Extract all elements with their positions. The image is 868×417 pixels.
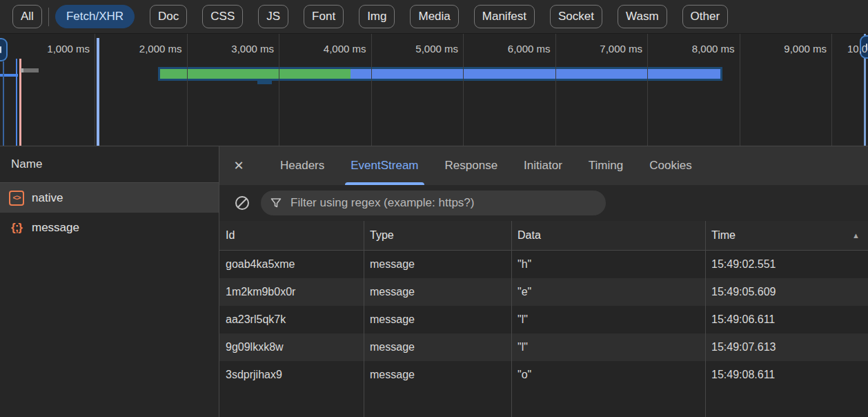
code-icon: <> [9, 191, 24, 206]
timeline-tick-label: 9,000 ms [784, 43, 827, 55]
overview-left-edge-line [3, 61, 4, 146]
filter-chip-manifest[interactable]: Manifest [474, 5, 535, 28]
filter-chip-all[interactable]: All [12, 5, 42, 28]
filter-chip-wasm[interactable]: Wasm [618, 5, 667, 28]
timeline-tick-label: 7,000 ms [600, 43, 642, 55]
tab-timing[interactable]: Timing [579, 146, 633, 185]
timeline-event-marker [97, 38, 99, 146]
event-row[interactable]: 9g09lkxk8wmessage"l"15:49:07.613 [219, 333, 868, 361]
sort-ascending-icon: ▲ [852, 231, 860, 240]
details-tab-bar: ✕ HeadersEventStreamResponseInitiatorTim… [219, 146, 868, 185]
eventstream-table: IdTypeDataTime▲ goab4ka5xmemessage"h"15:… [219, 221, 868, 417]
tab-headers[interactable]: Headers [270, 146, 334, 185]
cell-time: 15:49:08.611 [705, 369, 868, 381]
cell-id: 1m2km9b0x0r [219, 286, 364, 298]
tab-eventstream[interactable]: EventStream [341, 146, 428, 185]
tab-initiator[interactable]: Initiator [514, 146, 572, 185]
timeline-tick-label: 2,000 ms [139, 43, 182, 55]
name-column-header[interactable]: Name [0, 146, 219, 183]
tab-response[interactable]: Response [435, 146, 508, 185]
requests-sidebar: Name <>native{;}message [0, 146, 219, 417]
timeline-tick-label: 10,000 ms [847, 43, 868, 55]
timeline-tick-label: 4,000 ms [324, 43, 366, 55]
cell-type: message [364, 258, 511, 271]
cell-time: 15:49:07.613 [705, 341, 868, 353]
timeline-tick-label: 3,000 ms [231, 43, 274, 55]
cell-time: 15:49:05.609 [705, 286, 868, 298]
timeline-gridline [279, 34, 279, 146]
filter-chip-fetch-xhr[interactable]: Fetch/XHR [55, 5, 135, 28]
column-header-label: Id [226, 229, 235, 242]
column-header-data[interactable]: Data [511, 229, 705, 242]
event-filter-pill[interactable] [261, 191, 606, 215]
eventstream-request-bar [158, 67, 722, 81]
tab-cookies[interactable]: Cookies [640, 146, 701, 185]
timeline-tick-label: 6,000 ms [508, 43, 551, 55]
dcl-event-marker [16, 59, 17, 146]
funnel-icon [270, 197, 282, 208]
network-lower-split: Name <>native{;}message ✕ HeadersEventSt… [0, 146, 868, 417]
filter-chip-font[interactable]: Font [304, 5, 344, 28]
column-header-time[interactable]: Time▲ [705, 229, 868, 242]
devtools-network-panel: AllFetch/XHRDocCSSJSFontImgMediaManifest… [0, 0, 868, 417]
cell-time: 15:49:06.611 [705, 313, 868, 326]
column-divider[interactable] [705, 221, 706, 417]
column-header-label: Type [370, 229, 394, 242]
event-row[interactable]: 1m2km9b0x0rmessage"e"15:49:05.609 [219, 278, 868, 306]
filter-chip-css[interactable]: CSS [202, 5, 243, 28]
cell-type: message [364, 341, 511, 353]
timeline-tick-label: 8,000 ms [692, 43, 735, 55]
filter-chip-js[interactable]: JS [258, 5, 288, 28]
timeline-gridline [647, 34, 648, 146]
filter-chip-media[interactable]: Media [410, 5, 458, 28]
close-icon[interactable]: ✕ [228, 158, 250, 173]
overview-left-drag-handle[interactable] [0, 38, 8, 61]
event-row[interactable]: goab4ka5xmemessage"h"15:49:02.551 [219, 251, 868, 278]
filter-chip-socket[interactable]: Socket [550, 5, 602, 28]
timeline-gridline [463, 34, 464, 146]
braces-icon: {;} [9, 221, 24, 235]
eventstream-toolbar [219, 185, 868, 221]
filter-chip-doc[interactable]: Doc [150, 5, 187, 28]
event-row[interactable]: aa23rl5qk7kmessage"l"15:49:06.611 [219, 306, 868, 333]
column-divider[interactable] [511, 221, 512, 417]
cell-data: "h" [511, 258, 705, 271]
sidebar-item-native[interactable]: <>native [0, 183, 219, 213]
column-header-label: Data [517, 229, 541, 242]
cell-id: 9g09lkxk8w [219, 341, 364, 353]
sidebar-item-label: message [32, 221, 79, 235]
column-header-id[interactable]: Id [219, 229, 364, 242]
request-bar-notch [257, 81, 272, 84]
timeline-gridline [555, 34, 556, 146]
timeline-gridline [740, 34, 740, 146]
timeline-tick-label: 5,000 ms [415, 43, 458, 55]
clear-events-icon[interactable] [235, 195, 250, 211]
timeline-gridline [95, 34, 95, 146]
cell-data: "l" [511, 313, 705, 326]
event-row[interactable]: 3sdprjihax9message"o"15:49:08.611 [219, 361, 868, 389]
filter-chip-img[interactable]: Img [359, 5, 395, 28]
timeline-gridline [187, 34, 188, 146]
timeline-tick-label: 1,000 ms [47, 43, 90, 55]
request-bar-stalled [23, 68, 39, 72]
cell-id: 3sdprjihax9 [219, 369, 364, 381]
network-filter-bar: AllFetch/XHRDocCSSJSFontImgMediaManifest… [0, 0, 868, 34]
cell-id: goab4ka5xme [219, 258, 364, 271]
cell-id: aa23rl5qk7k [219, 313, 364, 326]
sidebar-item-message[interactable]: {;}message [0, 213, 219, 242]
column-divider[interactable] [364, 221, 364, 417]
cell-type: message [364, 369, 511, 381]
request-details-pane: ✕ HeadersEventStreamResponseInitiatorTim… [219, 146, 868, 417]
request-waiting-segment [160, 69, 351, 79]
eventstream-table-header: IdTypeDataTime▲ [219, 221, 868, 251]
cell-data: "e" [511, 286, 705, 298]
filter-chip-other[interactable]: Other [682, 5, 729, 28]
sidebar-item-label: native [32, 191, 63, 205]
cell-time: 15:49:02.551 [705, 258, 868, 271]
event-filter-input[interactable] [289, 195, 596, 211]
network-overview-timeline[interactable]: 1,000 ms2,000 ms3,000 ms4,000 ms5,000 ms… [0, 34, 868, 146]
timeline-gridline [831, 34, 832, 146]
cell-data: "l" [511, 341, 705, 353]
column-header-type[interactable]: Type [364, 229, 511, 242]
request-download-segment [351, 69, 720, 79]
